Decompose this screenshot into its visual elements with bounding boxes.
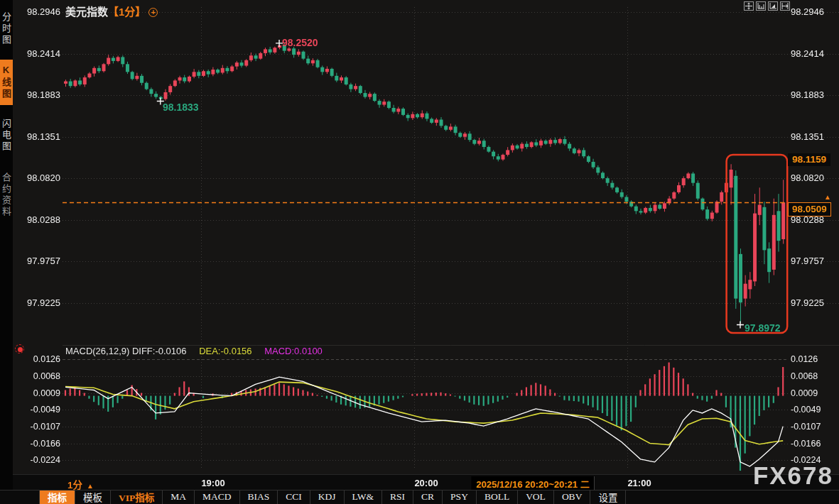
macd-axis-label-left: -0.0166 (12, 439, 60, 449)
time-tick-20:00: 20:00 (414, 478, 438, 488)
interval-label: 1分 (67, 480, 82, 491)
trading-chart-app: 分时图K线图闪电图合约资料 美元指数【1分】+ 98.294698.294698… (0, 0, 839, 504)
interval-selector[interactable]: 1分▲ (67, 477, 94, 491)
chart-canvas[interactable] (0, 0, 839, 504)
price-axis-label-left: 98.0820 (12, 172, 60, 183)
toolbar-button-指标[interactable]: 指标 (39, 491, 75, 504)
zoom-axis-icon[interactable] (756, 1, 766, 11)
indicator-toolbar: 指标模板VIP指标MAMACDBIASCCIKDJLW&RSICRPSYBOLL… (0, 490, 839, 504)
time-axis: 1分▲ 19:0020:0021:00 2025/12/16 20:20~20:… (0, 474, 839, 490)
alert-core (18, 347, 23, 352)
sidebar-tab-合约资料[interactable]: 合约资料 (0, 163, 13, 227)
indicator-alert-icon[interactable] (15, 344, 26, 355)
price-axis-label-right: 97.9225 (791, 297, 824, 308)
macd-axis-label-left: -0.0049 (12, 405, 60, 415)
price-axis-label-left: 97.9225 (12, 297, 60, 308)
macd-axis-label-right: -0.0049 (791, 405, 821, 415)
price-axis-label-left: 98.2414 (12, 48, 60, 59)
level-high-tag: 98.1159 (788, 153, 830, 166)
session-high-label: 98.2520 (282, 37, 318, 48)
macd-axis-label-left: -0.0224 (12, 455, 60, 465)
macd-axis-label-left: -0.0107 (12, 422, 60, 432)
price-axis-label-left: 97.9757 (12, 256, 60, 266)
price-axis-label-right: 98.2414 (791, 48, 824, 59)
toolbar-button-CR[interactable]: CR (413, 491, 443, 504)
price-axis-label-left: 98.2946 (12, 6, 60, 17)
toolbar-button-CCI[interactable]: CCI (278, 491, 310, 504)
burst-low-label: 97.8972 (745, 322, 781, 334)
toolbar-button-LW&[interactable]: LW& (345, 491, 383, 504)
chart-title: 美元指数【1分】+ (65, 4, 158, 18)
add-compare-icon[interactable]: + (148, 8, 158, 17)
toolbar-button-VOL[interactable]: VOL (518, 491, 554, 504)
interval-badge: 【1分】 (108, 6, 146, 18)
macd-axis-label-right: 0.0009 (791, 388, 818, 398)
interval-dropdown-icon: ▲ (87, 482, 94, 490)
time-tick-19:00: 19:00 (201, 478, 224, 488)
toolbar-button-设置[interactable]: 设置 (590, 491, 626, 504)
toolbar-button-PSY[interactable]: PSY (443, 491, 477, 504)
toolbar-button-模板[interactable]: 模板 (75, 491, 111, 504)
chart-tool-icons (744, 1, 790, 11)
toolbar-button-VIP指标[interactable]: VIP指标 (111, 491, 163, 504)
time-tick-21:00: 21:00 (627, 478, 651, 488)
macd-formula-diff: MACD(26,12,9) DIFF:-0.0106 (65, 346, 187, 356)
macd-axis-label-left: 0.0126 (12, 354, 60, 364)
pan-tool-icon[interactable] (744, 1, 754, 11)
sidebar-tab-闪电图[interactable]: 闪电图 (0, 111, 13, 160)
current-price-arrow-icon: ▲ (824, 193, 831, 201)
symbol-name: 美元指数 (65, 6, 108, 18)
macd-header: MACD(26,12,9) DIFF:-0.0106 DEA:-0.0156 M… (65, 346, 323, 356)
toolbar-button-BIAS[interactable]: BIAS (240, 491, 278, 504)
price-axis-label-right: 98.1883 (791, 89, 824, 100)
sidebar-tab-分时图[interactable]: 分时图 (0, 4, 13, 54)
current-price-tag: 98.0509 (788, 202, 831, 217)
price-axis-label-left: 98.0288 (12, 214, 60, 225)
macd-axis-label-right: -0.0107 (791, 422, 821, 432)
price-axis-label-right: 98.2946 (791, 6, 824, 17)
toolbar-button-OBV[interactable]: OBV (554, 491, 591, 504)
mid-low-label: 98.1833 (163, 102, 199, 113)
macd-axis-label-right: -0.0166 (791, 439, 821, 449)
auto-scale-icon[interactable] (768, 1, 778, 11)
toolbar-button-BOLL[interactable]: BOLL (477, 491, 518, 504)
fx678-watermark: FX678 (753, 461, 833, 490)
macd-axis-label-right: 0.0126 (791, 354, 818, 364)
toolbar-button-MACD[interactable]: MACD (195, 491, 240, 504)
macd-axis-label-left: 0.0068 (12, 371, 60, 381)
price-axis-label-right: 98.1351 (791, 131, 824, 142)
macd-dea-value: DEA:-0.0156 (199, 346, 251, 356)
macd-axis-label-right: 0.0068 (791, 371, 818, 381)
shift-chart-icon[interactable] (780, 1, 790, 11)
toolbar-button-RSI[interactable]: RSI (382, 491, 413, 504)
price-axis-label-left: 98.1883 (12, 89, 60, 100)
price-axis-label-right: 97.9757 (791, 256, 824, 266)
macd-axis-label-left: 0.0009 (12, 388, 60, 398)
price-axis-label-left: 98.1351 (12, 131, 60, 142)
toolbar-button-MA[interactable]: MA (163, 491, 195, 504)
sidebar-tab-K线图[interactable]: K线图 (0, 60, 13, 105)
price-axis-label-right: 98.0820 (791, 172, 824, 183)
macd-macd-value: MACD:0.0100 (264, 346, 323, 356)
left-sidebar: 分时图K线图闪电图合约资料 (0, 0, 13, 504)
toolbar-button-KDJ[interactable]: KDJ (310, 491, 345, 504)
